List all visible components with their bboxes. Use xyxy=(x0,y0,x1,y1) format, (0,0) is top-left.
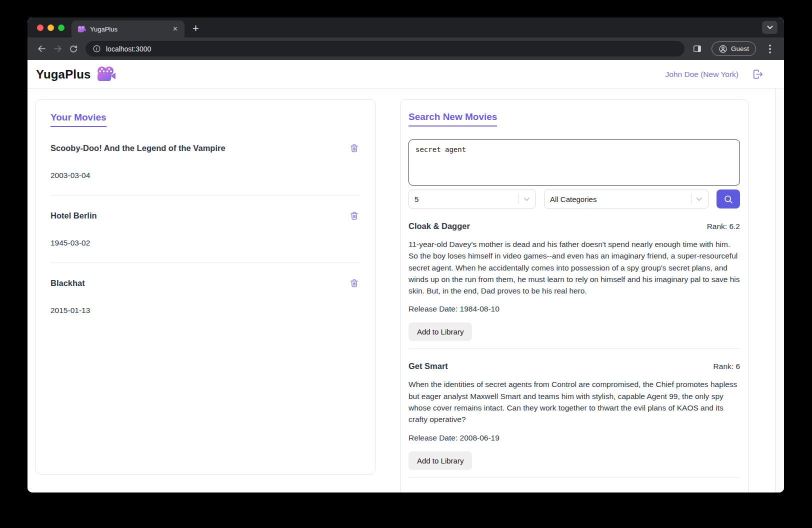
close-window-button[interactable] xyxy=(37,24,44,31)
reload-icon xyxy=(69,44,78,54)
window-controls xyxy=(28,18,72,38)
page-content: YugaPlus John Doe (New York) xyxy=(28,60,784,492)
category-value: All Categories xyxy=(550,195,686,204)
tab-search-chevron-button[interactable] xyxy=(762,21,778,34)
trash-icon xyxy=(349,143,360,154)
search-icon xyxy=(723,194,734,204)
logout-icon xyxy=(752,68,764,80)
result-release-date: Release Date: 1984-08-10 xyxy=(408,304,740,314)
result-description: When the identities of secret agents fro… xyxy=(408,378,740,425)
forward-button[interactable] xyxy=(50,41,66,57)
result-title: Get Smart xyxy=(408,362,448,371)
add-to-library-button[interactable]: Add to Library xyxy=(408,452,472,470)
profile-label: Guest xyxy=(731,45,749,52)
trash-icon xyxy=(349,210,360,221)
category-select[interactable]: All Categories xyxy=(544,190,708,208)
tab-title: YugaPlus xyxy=(90,26,167,33)
user-account-link[interactable]: John Doe (New York) xyxy=(666,70,738,79)
browser-window: YugaPlus × + xyxy=(28,18,784,492)
minimize-window-button[interactable] xyxy=(48,24,54,31)
vertical-dots-icon xyxy=(769,44,771,54)
side-panel-icon xyxy=(692,44,702,54)
browser-tab[interactable]: YugaPlus × xyxy=(72,20,184,38)
result-limit-value: 5 xyxy=(414,195,514,204)
result-release-date: Release Date: 2008-06-19 xyxy=(408,434,740,442)
profile-button[interactable]: Guest xyxy=(712,42,756,56)
movie-title: Scooby-Doo! And the Legend of the Vampir… xyxy=(50,144,226,153)
logout-button[interactable] xyxy=(752,68,764,80)
chevron-down-icon xyxy=(767,26,773,30)
search-controls: 5 All Categories xyxy=(408,190,740,208)
reload-button[interactable] xyxy=(66,41,82,57)
divider xyxy=(408,477,740,478)
library-movie-item: Hotel Berlin 1945-03-02 xyxy=(50,210,360,263)
side-panel-button[interactable] xyxy=(690,41,706,57)
movie-release-date: 2003-03-04 xyxy=(50,171,360,180)
movie-release-date: 1945-03-02 xyxy=(50,238,360,248)
result-description: 11-year-old Davey's mother is dead and h… xyxy=(408,238,740,296)
tab-close-icon[interactable]: × xyxy=(171,24,180,34)
movie-title: Blackhat xyxy=(50,278,85,288)
site-info-icon[interactable] xyxy=(92,44,101,53)
search-query-input[interactable]: secret agent xyxy=(408,140,740,186)
divider xyxy=(518,194,519,204)
browser-menu-button[interactable] xyxy=(762,41,778,57)
chevron-down-icon xyxy=(524,197,530,202)
chevron-down-icon xyxy=(696,197,702,202)
search-button[interactable] xyxy=(716,190,740,208)
divider xyxy=(50,262,360,263)
new-tab-button[interactable]: + xyxy=(184,23,199,37)
divider xyxy=(50,195,360,196)
search-movies-title: Search New Movies xyxy=(408,112,497,126)
tab-favicon-movie-camera-icon xyxy=(78,26,86,33)
delete-movie-button[interactable] xyxy=(348,142,360,154)
result-rank: Rank: 6.2 xyxy=(707,222,740,231)
browser-tab-strip: YugaPlus × + xyxy=(28,18,784,38)
trash-icon xyxy=(349,278,360,288)
search-movies-panel: Search New Movies secret agent 5 All Cat… xyxy=(400,99,748,492)
back-button[interactable] xyxy=(34,41,50,57)
app-header: YugaPlus John Doe (New York) xyxy=(28,60,784,89)
library-movie-item: Scooby-Doo! And the Legend of the Vampir… xyxy=(50,142,360,196)
movie-camera-icon xyxy=(96,66,116,82)
delete-movie-button[interactable] xyxy=(348,277,360,290)
url-text: localhost:3000 xyxy=(106,45,151,53)
divider xyxy=(408,348,740,348)
result-title: Cloak & Dagger xyxy=(408,222,470,231)
divider xyxy=(691,194,692,204)
movie-title: Hotel Berlin xyxy=(50,211,97,220)
guest-avatar-icon xyxy=(718,44,728,54)
search-result-item: Get Smart Rank: 6 When the identities of… xyxy=(408,362,740,477)
address-bar[interactable]: localhost:3000 xyxy=(86,41,684,56)
arrow-right-icon xyxy=(53,44,62,54)
library-movie-item: Blackhat 2015-01-13 xyxy=(50,277,360,315)
browser-toolbar: localhost:3000 Guest xyxy=(28,38,784,60)
add-to-library-button[interactable]: Add to Library xyxy=(408,322,472,341)
page-scrollbar[interactable] xyxy=(775,89,784,492)
your-movies-panel: Your Movies Scooby-Doo! And the Legend o… xyxy=(36,99,376,474)
app-title: YugaPlus xyxy=(36,68,91,82)
zoom-window-button[interactable] xyxy=(58,24,64,31)
your-movies-title: Your Movies xyxy=(50,112,106,127)
arrow-left-icon xyxy=(37,44,46,54)
movie-release-date: 2015-01-13 xyxy=(50,306,360,315)
result-limit-select[interactable]: 5 xyxy=(408,190,536,208)
search-result-item: Cloak & Dagger Rank: 6.2 11-year-old Dav… xyxy=(408,222,740,348)
delete-movie-button[interactable] xyxy=(348,210,360,222)
main-content: Your Movies Scooby-Doo! And the Legend o… xyxy=(28,89,784,492)
result-rank: Rank: 6 xyxy=(714,362,740,371)
